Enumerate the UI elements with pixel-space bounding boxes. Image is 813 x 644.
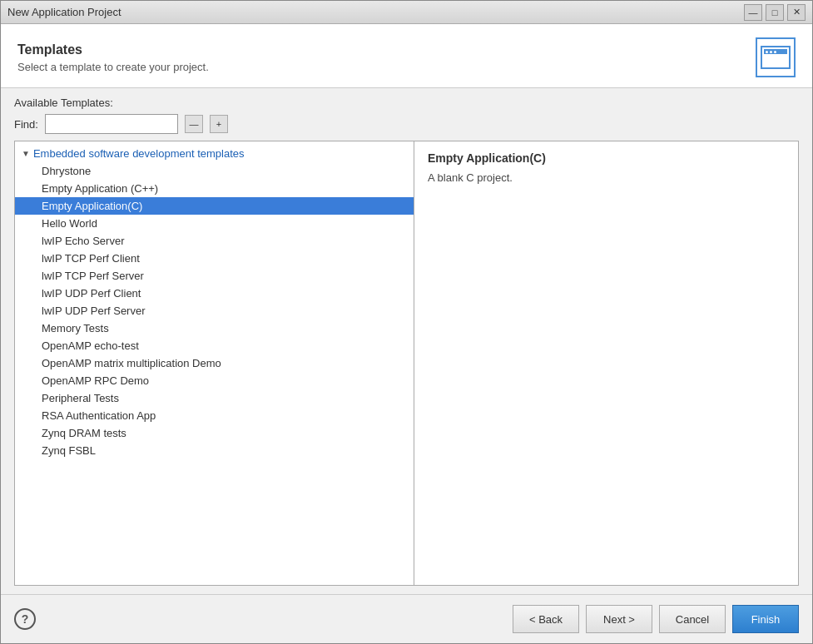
tree-item[interactable]: Empty Application(C) bbox=[15, 197, 414, 215]
template-detail-panel: Empty Application(C) A blank C project. bbox=[414, 141, 798, 585]
tree-item[interactable]: OpenAMP matrix multiplication Demo bbox=[15, 354, 414, 372]
tree-item[interactable]: Hello World bbox=[15, 215, 414, 232]
tree-item[interactable]: OpenAMP echo-test bbox=[15, 337, 414, 354]
dot-2 bbox=[770, 51, 772, 53]
content-area: Available Templates: Find: — + ▼ Embedde… bbox=[1, 88, 812, 594]
tree-item[interactable]: lwIP Echo Server bbox=[15, 232, 414, 250]
finish-button[interactable]: Finish bbox=[732, 605, 799, 633]
next-button[interactable]: Next > bbox=[586, 605, 652, 633]
template-panels: ▼ Embedded software development template… bbox=[14, 141, 799, 586]
dot-3 bbox=[774, 51, 776, 53]
tree-item[interactable]: lwIP TCP Perf Client bbox=[15, 250, 414, 267]
detail-title: Empty Application(C) bbox=[428, 151, 785, 165]
expand-button[interactable]: + bbox=[210, 115, 228, 133]
available-templates-label: Available Templates: bbox=[14, 97, 799, 109]
back-button[interactable]: < Back bbox=[513, 605, 579, 633]
page-subtitle: Select a template to create your project… bbox=[17, 61, 209, 73]
minimize-button[interactable]: — bbox=[744, 4, 762, 21]
tree-item[interactable]: lwIP UDP Perf Server bbox=[15, 302, 414, 320]
tree-item[interactable]: lwIP UDP Perf Client bbox=[15, 285, 414, 302]
tree-item[interactable]: Zynq DRAM tests bbox=[15, 424, 414, 442]
dot-1 bbox=[766, 51, 768, 53]
header-icon-dots bbox=[764, 49, 787, 54]
footer-left: ? bbox=[14, 608, 36, 630]
template-list-panel: ▼ Embedded software development template… bbox=[15, 141, 414, 585]
close-button[interactable]: ✕ bbox=[787, 4, 806, 21]
tree-item[interactable]: Peripheral Tests bbox=[15, 389, 414, 407]
tree-item[interactable]: Dhrystone bbox=[15, 162, 414, 180]
tree-items-container: DhrystoneEmpty Application (C++)Empty Ap… bbox=[15, 162, 414, 459]
footer-right: < Back Next > Cancel Finish bbox=[513, 605, 799, 633]
tree-item[interactable]: Memory Tests bbox=[15, 320, 414, 337]
template-tree: ▼ Embedded software development template… bbox=[15, 141, 414, 463]
title-bar-left: New Application Project bbox=[7, 6, 121, 18]
header-area: Templates Select a template to create yo… bbox=[1, 24, 812, 88]
header-icon-inner bbox=[761, 46, 791, 69]
collapse-button[interactable]: — bbox=[185, 115, 203, 133]
main-window: New Application Project — □ ✕ Templates … bbox=[0, 0, 813, 644]
footer: ? < Back Next > Cancel Finish bbox=[1, 594, 812, 643]
detail-description: A blank C project. bbox=[428, 171, 785, 184]
tree-arrow-icon: ▼ bbox=[22, 149, 30, 158]
maximize-button[interactable]: □ bbox=[766, 4, 784, 21]
header-icon bbox=[756, 37, 796, 77]
tree-item[interactable]: Zynq FSBL bbox=[15, 442, 414, 459]
find-label: Find: bbox=[14, 118, 38, 131]
cancel-button[interactable]: Cancel bbox=[659, 605, 726, 633]
title-bar-controls: — □ ✕ bbox=[744, 4, 806, 21]
page-title: Templates bbox=[17, 42, 209, 57]
tree-group-label: Embedded software development templates bbox=[33, 147, 245, 160]
help-button[interactable]: ? bbox=[14, 608, 36, 630]
window-title: New Application Project bbox=[7, 6, 121, 18]
tree-item[interactable]: OpenAMP RPC Demo bbox=[15, 372, 414, 389]
tree-item[interactable]: lwIP TCP Perf Server bbox=[15, 267, 414, 285]
find-input[interactable] bbox=[45, 114, 178, 134]
find-row: Find: — + bbox=[14, 114, 799, 134]
tree-group-header[interactable]: ▼ Embedded software development template… bbox=[15, 145, 414, 162]
tree-item[interactable]: Empty Application (C++) bbox=[15, 180, 414, 197]
title-bar: New Application Project — □ ✕ bbox=[1, 1, 812, 24]
tree-item[interactable]: RSA Authentication App bbox=[15, 407, 414, 424]
header-text: Templates Select a template to create yo… bbox=[17, 42, 209, 73]
